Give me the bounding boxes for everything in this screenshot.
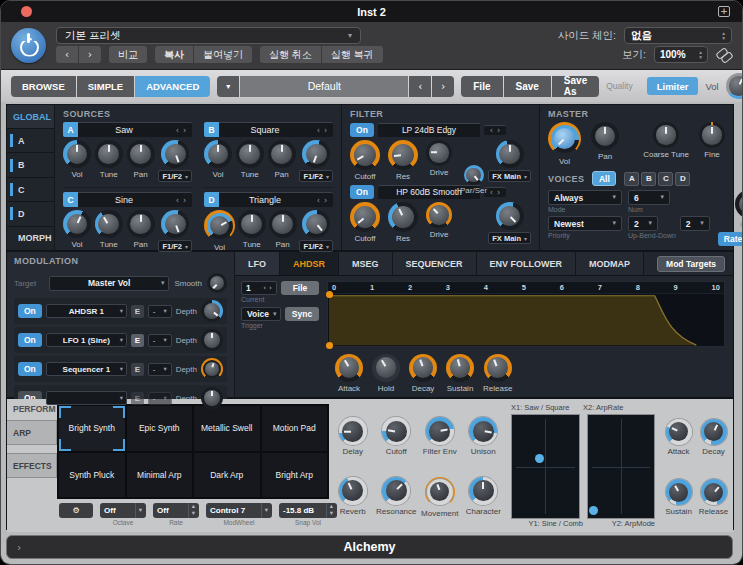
mod-curve-dropdown[interactable]: -▾ [148,305,172,318]
source-pan-knob[interactable] [269,210,297,238]
filter2-cutoff-knob[interactable] [350,202,380,232]
envelope-graph[interactable]: 012345678910 [327,281,725,347]
source-tune-knob[interactable] [238,210,266,238]
source-name[interactable]: Triangle [219,192,311,207]
source-letter-badge[interactable]: A [63,122,78,137]
copy-button[interactable]: 복사 [155,46,193,63]
filter2-prev-next[interactable]: ‹› [484,187,506,197]
sync-button[interactable]: Sync [285,307,319,321]
filter-env-knob[interactable] [426,417,454,445]
mod-e-button[interactable]: E [131,334,144,347]
mod-source-dropdown[interactable]: Sequencer 1▾ [46,362,127,376]
disclosure-chevron-icon[interactable]: › [17,541,21,554]
mod-curve-dropdown[interactable]: -▾ [148,392,172,405]
fine-tune-knob[interactable] [699,122,725,148]
rate-stepper[interactable]: Off▴▾ [153,503,199,518]
perform-sustain-knob[interactable] [666,479,692,505]
next-preset-button[interactable]: › [79,46,101,63]
glide-rate-button[interactable]: Rate [718,232,743,246]
parser-knob[interactable] [464,165,484,185]
tab-modmap[interactable]: MODMAP [576,252,644,275]
preset-name-plate[interactable]: Default [240,76,408,97]
perform-decay-knob[interactable] [701,419,727,445]
unison-knob[interactable] [469,417,497,445]
save-button[interactable]: Save [504,76,551,97]
sustain-knob[interactable] [446,354,474,382]
file-button[interactable]: File [461,76,502,97]
mod-e-button[interactable]: E [131,363,144,376]
trigger-dropdown[interactable]: Voice▾ [241,307,281,321]
mod-depth-knob[interactable] [201,329,223,351]
cutoff-knob[interactable] [382,417,410,445]
tab-effects[interactable]: EFFECTS [7,453,57,478]
redo-button[interactable]: 실행 복귀 [322,46,383,63]
voices-group-b[interactable]: B [641,172,656,186]
resonance-knob[interactable] [382,477,410,505]
mod-depth-knob[interactable] [201,387,223,409]
source-route-dropdown[interactable]: F1/F2▾ [158,170,192,182]
mod-targets-button[interactable]: Mod Targets [657,256,725,272]
filter1-prev-next[interactable]: ‹› [484,125,506,135]
smooth-knob[interactable] [207,273,227,293]
nav-morph[interactable]: MORPH [7,226,54,250]
bend-down-dropdown[interactable]: 2▾ [680,216,710,231]
source-letter-badge[interactable]: C [63,192,78,207]
master-volume-knob[interactable] [726,73,743,99]
source-tune-knob[interactable] [236,140,264,168]
compare-button[interactable]: 비교 [109,46,147,63]
coarse-tune-knob[interactable] [653,122,679,148]
perform-release-knob[interactable] [701,479,727,505]
close-button[interactable] [21,6,32,17]
snapshot-pad[interactable]: Bright Arp [262,453,328,498]
nav-source-d[interactable]: D [7,201,54,225]
modwheel-dropdown[interactable]: Control 7▾ [206,503,272,518]
tab-advanced[interactable]: ADVANCED [135,76,210,97]
mod-on-button[interactable]: On [18,333,42,347]
filter1-res-knob[interactable] [388,140,418,170]
source-prev-next[interactable]: ‹› [170,192,192,207]
source-pan-knob[interactable] [127,210,155,238]
source-prev-next[interactable]: ‹› [311,192,333,207]
release-knob[interactable] [484,354,512,382]
source-vol-knob[interactable] [207,213,233,239]
snapshot-pad[interactable]: Synth Pluck [59,453,125,498]
filter1-cutoff-knob[interactable] [350,140,380,170]
filter1-on-button[interactable]: On [350,123,374,137]
tab-lfo[interactable]: LFO [235,252,280,275]
xy-handle[interactable] [535,454,544,463]
movement-knob[interactable] [427,479,453,505]
hold-knob[interactable] [372,354,400,382]
power-button[interactable] [11,28,46,63]
filter2-on-button[interactable]: On [350,185,374,199]
source-filter-send-knob[interactable] [161,210,189,238]
tab-mseg[interactable]: MSEG [339,252,393,275]
mod-curve-dropdown[interactable]: -▾ [148,363,172,376]
envelope-curve[interactable] [328,294,724,346]
mod-source-dropdown[interactable]: AHDSR 1▾ [46,304,127,318]
source-vol-knob[interactable] [204,140,232,168]
preset-dropdown[interactable]: 기본 프리셋 ▾ [56,27,361,44]
xy-handle[interactable] [589,506,598,515]
source-letter-badge[interactable]: B [204,122,219,137]
source-filter-send-knob[interactable] [302,140,330,168]
link-icon[interactable] [716,47,732,63]
filter-parser-control[interactable]: Par/Ser [460,165,487,195]
source-filter-send-knob[interactable] [161,140,189,168]
tab-simple[interactable]: SIMPLE [77,76,134,97]
source-vol-knob[interactable] [63,140,91,168]
decay-knob[interactable] [409,354,437,382]
voices-priority-dropdown[interactable]: Newest▾ [548,216,622,231]
voices-all-button[interactable]: All [592,171,616,186]
source-filter-send-knob[interactable] [302,210,330,238]
filter1-route-dropdown[interactable]: FX Main▾ [488,170,531,182]
tab-arp[interactable]: ARP [7,420,57,445]
source-tune-knob[interactable] [95,140,123,168]
source-route-dropdown[interactable]: F1/F2▾ [299,170,333,182]
source-route-dropdown[interactable]: F1/F2▾ [299,240,333,252]
mod-depth-knob[interactable] [201,300,223,322]
paste-button[interactable]: 붙여넣기 [194,46,252,63]
voices-mode-dropdown[interactable]: Always▾ [548,190,622,205]
xy-pad-2[interactable] [587,414,656,519]
mod-e-button[interactable]: E [131,392,144,405]
master-vol-knob[interactable] [551,125,579,153]
